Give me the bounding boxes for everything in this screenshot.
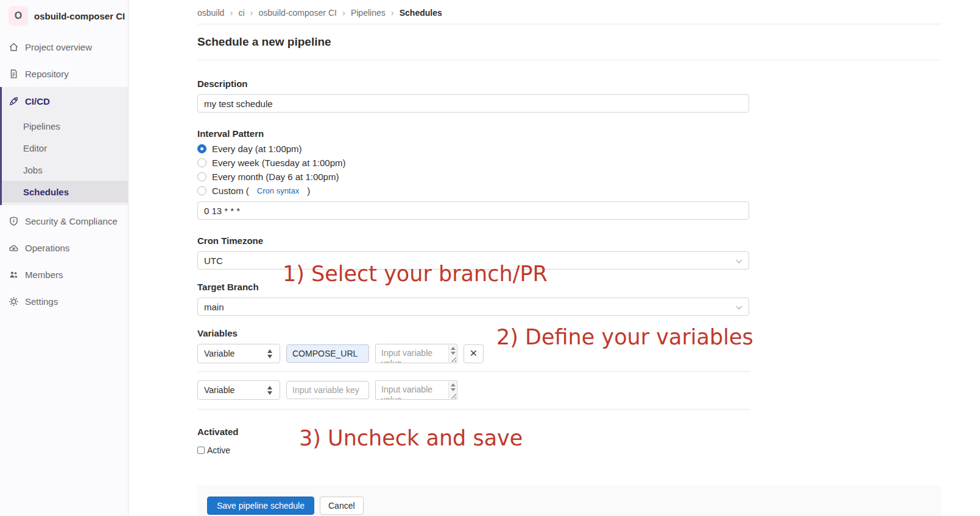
radio-monthly[interactable] [197,172,206,181]
cloud-gear-icon [9,243,19,253]
subitem-label: Schedules [23,187,69,197]
breadcrumb-pipelines[interactable]: Pipelines [351,8,386,18]
project-header[interactable]: O osbuild-composer CI [0,0,128,32]
description-input[interactable] [197,94,749,113]
sidebar-item-operations[interactable]: Operations [0,234,128,261]
sidebar-item-project-overview[interactable]: Project overview [0,33,128,60]
sidebar-subitem-schedules[interactable]: Schedules [2,181,128,203]
variable-row-2: Variable Input variable value [197,380,749,400]
sidebar-subitem-pipelines[interactable]: Pipelines [2,115,128,137]
gear-icon [9,296,19,307]
home-icon [9,42,19,52]
rocket-icon [9,96,19,106]
sidebar-subitem-jobs[interactable]: Jobs [2,159,128,181]
subitem-label: Jobs [23,165,43,175]
breadcrumb-project[interactable]: osbuild-composer CI [259,8,337,18]
target-branch-label: Target Branch [197,282,749,293]
sidebar-item-label: Members [25,270,63,280]
up-down-arrows-icon [267,349,273,359]
radio-custom-label: Custom ( [212,186,249,196]
chevron-down-icon [736,304,741,309]
shield-icon [9,216,19,226]
sidebar: O osbuild-composer CI Project overview R… [0,0,129,516]
breadcrumb: osbuild › ci › osbuild-composer CI › Pip… [197,0,941,24]
interval-option-daily: Every day (at 1:00pm) [197,142,749,156]
variable-value-placeholder: Input variable value [376,381,457,400]
variables-label: Variables [197,328,749,339]
page-title: Schedule a new pipeline [197,35,941,49]
divider [197,409,750,410]
sidebar-item-settings[interactable]: Settings [0,288,128,315]
variable-value-textarea-1[interactable]: Input variable value [375,344,457,363]
sidebar-group-cicd: CI/CD Pipelines Editor Jobs Schedules [0,87,128,205]
interval-option-custom: Custom ( Cron syntax ) [197,184,749,198]
radio-daily-label: Every day (at 1:00pm) [212,144,302,154]
chevron-right-icon: › [230,7,233,18]
up-down-arrows-icon [267,385,273,396]
project-name: osbuild-composer CI [34,11,125,21]
radio-weekly[interactable] [197,158,206,167]
chevron-right-icon: › [391,7,394,18]
radio-custom[interactable] [197,186,206,195]
cron-pattern-input[interactable] [197,201,749,220]
sidebar-item-label: Security & Compliance [25,216,118,226]
interval-option-weekly: Every week (Tuesday at 1:00pm) [197,156,749,170]
main-content: osbuild › ci › osbuild-composer CI › Pip… [129,0,980,516]
active-checkbox-label: Active [207,445,230,455]
radio-daily[interactable] [197,144,206,153]
cron-timezone-select[interactable]: UTC [197,251,749,270]
sidebar-item-label: Settings [25,296,58,307]
cron-timezone-label: Cron Timezone [197,235,749,246]
breadcrumb-schedules: Schedules [400,8,442,18]
sidebar-item-security-compliance[interactable]: Security & Compliance [0,207,128,234]
cancel-button[interactable]: Cancel [320,497,364,515]
interval-pattern-label: Interval Pattern [197,128,749,139]
avatar-letter: O [15,10,22,21]
variable-row-1: Variable Input variable value × [197,344,749,363]
target-branch-value: main [204,302,224,312]
cron-timezone-value: UTC [204,256,223,266]
sidebar-item-label: Project overview [25,42,92,52]
breadcrumb-osbuild[interactable]: osbuild [197,8,224,18]
sidebar-item-cicd[interactable]: CI/CD [2,87,128,115]
radio-weekly-label: Every week (Tuesday at 1:00pm) [212,158,346,168]
variable-value-placeholder: Input variable value [376,344,457,363]
variable-key-input-1[interactable] [286,344,369,363]
sidebar-item-label: CI/CD [25,96,50,106]
people-icon [9,270,19,280]
variable-type-value: Variable [204,385,234,395]
active-checkbox[interactable] [197,447,205,454]
schedule-form: Description Interval Pattern Every day (… [197,78,749,455]
sidebar-item-label: Operations [25,243,69,253]
target-branch-select[interactable]: main [197,298,749,316]
interval-option-monthly: Every month (Day 6 at 1:00pm) [197,170,749,184]
variable-type-value: Variable [204,349,234,358]
form-footer: Save pipeline schedule Cancel [197,486,941,516]
active-checkbox-row: Active [197,445,749,455]
chevron-right-icon: › [250,7,253,18]
cron-syntax-link[interactable]: Cron syntax [257,186,299,195]
document-icon [9,69,19,79]
variable-type-select[interactable]: Variable [197,344,280,363]
divider [197,371,750,372]
interval-options: Every day (at 1:00pm) Every week (Tuesda… [197,142,749,198]
remove-variable-button[interactable]: × [464,344,484,363]
breadcrumb-ci[interactable]: ci [238,8,244,18]
chevron-right-icon: › [342,7,345,18]
sidebar-item-members[interactable]: Members [0,261,128,288]
subitem-label: Pipelines [23,121,60,131]
activated-label: Activated [197,427,749,438]
variable-type-select[interactable]: Variable [197,380,280,400]
sidebar-item-repository[interactable]: Repository [0,60,128,87]
subitem-label: Editor [23,143,47,153]
radio-custom-suffix: ) [307,186,310,196]
project-avatar: O [9,6,28,26]
variable-value-textarea-2[interactable]: Input variable value [375,380,457,400]
variable-key-input-2[interactable] [286,381,369,399]
description-label: Description [197,78,749,89]
sidebar-item-label: Repository [25,69,69,79]
sidebar-subitem-editor[interactable]: Editor [2,137,128,159]
close-icon: × [470,346,477,359]
chevron-down-icon [736,258,741,263]
save-pipeline-schedule-button[interactable]: Save pipeline schedule [207,497,314,515]
